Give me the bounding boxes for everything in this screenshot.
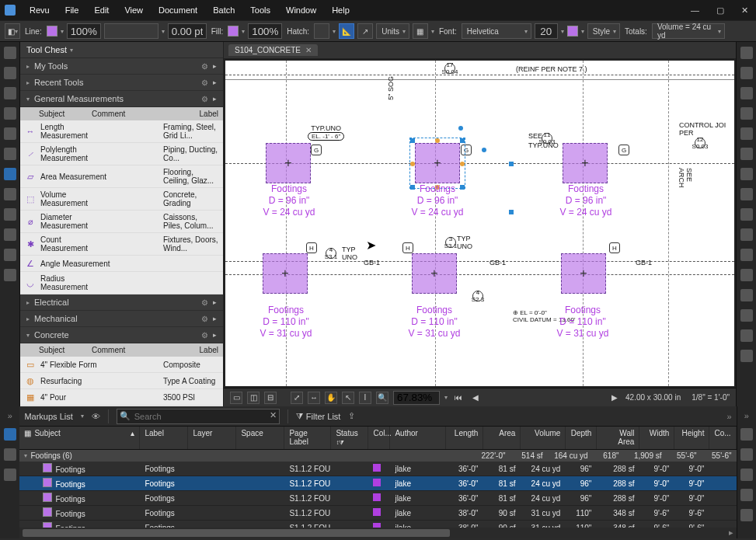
- section-electrical[interactable]: ▸Electrical ⚙▸: [20, 294, 223, 311]
- prev-page-icon[interactable]: ◀: [469, 392, 482, 404]
- zoom-icon[interactable]: 🔍: [376, 392, 388, 404]
- close-button[interactable]: ✕: [738, 5, 751, 16]
- tool-chest-item[interactable]: ▭4" Flexible FormComposite: [20, 357, 223, 373]
- fill-color-swatch[interactable]: [228, 26, 239, 37]
- markup-row[interactable]: Footings Footings S1.1.2 FOUN... jlake 3…: [19, 491, 736, 506]
- line-style-dropdown[interactable]: [104, 23, 159, 39]
- footing-marker[interactable]: [563, 143, 608, 183]
- section-my-tools[interactable]: ▸My Tools ⚙▸: [20, 58, 223, 75]
- markup-row[interactable]: Footings Footings S1.1.2 FOUN... jlake 3…: [19, 476, 736, 491]
- rail-flag-icon[interactable]: [740, 309, 753, 322]
- rail-callout-icon[interactable]: [740, 148, 753, 160]
- rail-pen-icon[interactable]: [740, 67, 753, 79]
- rail-studio-icon[interactable]: [4, 269, 16, 281]
- rail-text-icon[interactable]: [740, 47, 753, 59]
- menu-revu[interactable]: Revu: [22, 5, 57, 15]
- rail-quantity-icon[interactable]: [4, 469, 16, 481]
- horizontal-scrollbar[interactable]: ◂ ▸: [19, 528, 736, 538]
- section-recent-tools[interactable]: ▸Recent Tools ⚙▸: [20, 75, 223, 91]
- gear-icon[interactable]: ⚙: [201, 62, 208, 71]
- rail-stamp-icon[interactable]: [740, 269, 753, 281]
- rail-3d-icon[interactable]: [4, 448, 16, 461]
- hatch-pattern-button[interactable]: [314, 23, 329, 39]
- document-tab[interactable]: S104_CONCRETE ✕: [228, 44, 318, 56]
- rail-links-icon[interactable]: [4, 208, 16, 221]
- markup-row[interactable]: Footings Footings S1.1.2 FOUN... jlake 3…: [19, 462, 736, 476]
- rail-line-icon[interactable]: [740, 107, 753, 120]
- tool-chest-item[interactable]: ✱Count MeasurementFixtures, Doors, Wind.…: [20, 233, 223, 256]
- font-family-dropdown[interactable]: Helvetica▾: [462, 23, 531, 39]
- rail-signatures-icon[interactable]: [4, 249, 16, 261]
- pan-icon[interactable]: ✋: [325, 392, 337, 404]
- tool-chest-item[interactable]: ⬚Volume MeasurementConcrete, Grading: [20, 188, 223, 211]
- rail-markups-list-icon[interactable]: [4, 428, 16, 441]
- measure-mode-button[interactable]: 📐: [339, 23, 354, 39]
- menu-document[interactable]: Document: [151, 5, 205, 15]
- rail-columns-icon[interactable]: [740, 509, 753, 521]
- drawing-canvas[interactable]: (REINF PER NOTE 7.) 5" SOG 17 S0.04 TYP.…: [224, 59, 736, 388]
- menu-batch[interactable]: Batch: [205, 5, 242, 15]
- section-concrete[interactable]: ▾Concrete ⚙▸: [20, 327, 223, 343]
- rail-polygon-icon[interactable]: [740, 228, 753, 241]
- rail-sync-icon[interactable]: [740, 469, 753, 481]
- rail-arrow-icon[interactable]: [740, 127, 753, 140]
- rail-thumbnails-icon[interactable]: [4, 47, 16, 59]
- split-horizontal-icon[interactable]: ⊟: [264, 392, 277, 404]
- tool-chest-item[interactable]: ∠Angle Measurement: [20, 256, 223, 272]
- clear-search-icon[interactable]: ✕: [270, 410, 277, 420]
- markup-row[interactable]: Footings Footings S1.1.2 FOUN... jlake 3…: [19, 521, 736, 528]
- tool-chest-item[interactable]: ↔Length MeasurementFraming, Steel, Grid …: [20, 120, 223, 143]
- footing-marker[interactable]: [266, 143, 311, 183]
- units-dropdown[interactable]: Units▾: [376, 23, 409, 39]
- tool-chest-item[interactable]: ▱Area MeasurementFlooring, Ceiling, Glaz…: [20, 165, 223, 188]
- font-color-swatch[interactable]: [567, 26, 578, 37]
- select-icon[interactable]: ↖: [342, 392, 354, 404]
- tool-chest-header[interactable]: Tool Chest▾: [20, 42, 223, 58]
- fit-page-icon[interactable]: ⤢: [291, 392, 303, 404]
- zoom-input[interactable]: [393, 391, 440, 405]
- menu-tools[interactable]: Tools: [242, 5, 278, 15]
- footing-marker[interactable]: [561, 253, 606, 294]
- rail-eraser-icon[interactable]: [740, 329, 753, 342]
- rail-image-icon[interactable]: [740, 289, 753, 301]
- gear-icon[interactable]: ⚙: [201, 315, 208, 323]
- footing-marker[interactable]: [263, 253, 308, 294]
- app-menu-button[interactable]: ◧▾: [5, 23, 20, 39]
- tool-chest-item[interactable]: ▦4" Pour3500 PSI: [20, 389, 223, 406]
- single-page-icon[interactable]: ▭: [230, 392, 242, 404]
- rail-more-icon[interactable]: [740, 350, 753, 362]
- rail-search-icon[interactable]: [4, 107, 16, 120]
- footing-marker[interactable]: [412, 253, 457, 294]
- tool-chest-item[interactable]: ◡Radius Measurement: [20, 272, 223, 294]
- rail-sets-icon[interactable]: [4, 148, 16, 160]
- markup-row[interactable]: Footings Footings S1.1.2 FOUN... jlake 3…: [19, 506, 736, 521]
- rail-highlight-icon[interactable]: [740, 87, 753, 99]
- gear-icon[interactable]: ⚙: [201, 331, 208, 340]
- markups-group-row[interactable]: ▾Footings (6) 222'-0" 514 sf 164 cu yd 6…: [19, 450, 736, 462]
- shape-button[interactable]: ▦: [413, 23, 428, 39]
- rail-measure-icon[interactable]: [4, 188, 16, 200]
- style-dropdown[interactable]: Style▾: [587, 23, 620, 39]
- menu-edit[interactable]: Edit: [86, 5, 117, 15]
- split-vertical-icon[interactable]: ◫: [247, 392, 260, 404]
- maximize-button[interactable]: ▢: [713, 5, 727, 16]
- menu-file[interactable]: File: [57, 5, 87, 15]
- export-icon[interactable]: ⇪: [348, 411, 355, 421]
- rail-bookmarks-icon[interactable]: [4, 67, 16, 79]
- close-tab-icon[interactable]: ✕: [305, 46, 312, 54]
- markups-column-header[interactable]: ▦Subject▴ Label Layer Space Page Label S…: [19, 427, 736, 450]
- fit-width-icon[interactable]: ↔: [308, 392, 320, 404]
- section-mechanical[interactable]: ▸Mechanical ⚙▸: [20, 311, 223, 327]
- rail-list-icon[interactable]: [740, 428, 753, 441]
- fill-opacity-input[interactable]: [248, 23, 282, 39]
- menu-window[interactable]: Window: [278, 5, 324, 15]
- filter-button[interactable]: ⧩ Filter List: [296, 411, 341, 421]
- scale-button[interactable]: ↗: [357, 23, 373, 39]
- rail-dimension-icon[interactable]: [740, 168, 753, 180]
- gear-icon[interactable]: ⚙: [201, 298, 208, 307]
- footing-marker-selected[interactable]: [415, 143, 460, 183]
- rail-forms-icon[interactable]: [4, 228, 16, 241]
- rail-layers-icon[interactable]: [4, 127, 16, 140]
- search-input[interactable]: [117, 409, 280, 424]
- visibility-icon[interactable]: 👁: [92, 412, 100, 421]
